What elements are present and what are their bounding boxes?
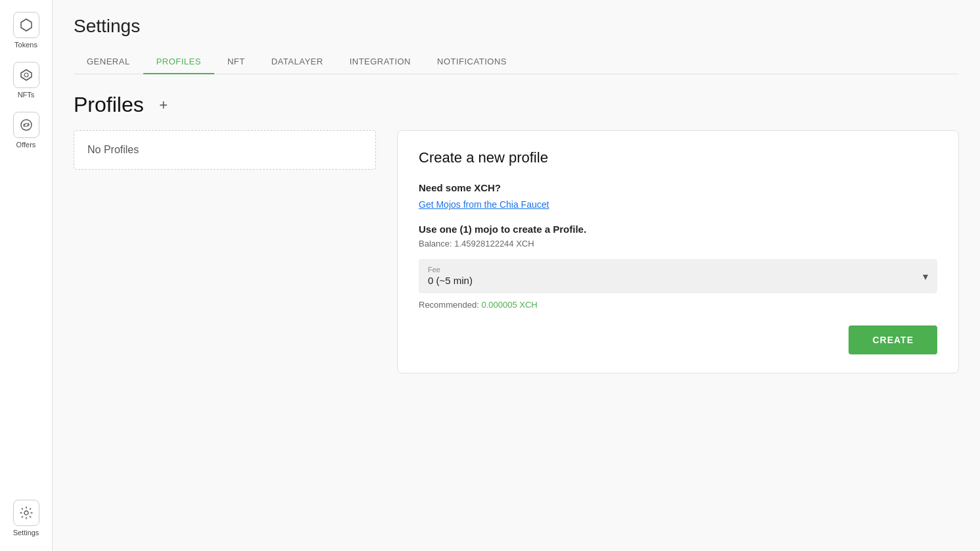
svg-point-1 — [21, 120, 32, 130]
sidebar-tokens-label: Tokens — [14, 41, 37, 49]
tab-integration[interactable]: INTEGRATION — [337, 50, 424, 74]
content-area: No Profiles Create a new profile Need so… — [74, 130, 959, 373]
recommended-value: 0.000005 XCH — [481, 300, 537, 310]
sidebar: Tokens NFTs Offers — [0, 0, 53, 551]
tab-notifications[interactable]: NOTIFICATIONS — [424, 50, 520, 74]
main-content: Settings GENERAL PROFILES NFT DATALAYER … — [53, 0, 980, 551]
sidebar-nfts-label: NFTs — [18, 91, 35, 99]
tab-datalayer[interactable]: DATALAYER — [258, 50, 337, 74]
settings-icon — [13, 500, 39, 526]
tabs-bar: GENERAL PROFILES NFT DATALAYER INTEGRATI… — [74, 50, 959, 74]
mojo-info-box: Use one (1) mojo to create a Profile. Ba… — [419, 224, 937, 249]
create-btn-row: CREATE — [419, 325, 937, 354]
recommended-label: Recommended: — [419, 300, 479, 310]
sidebar-item-offers[interactable]: Offers — [0, 105, 52, 155]
mojo-info-title: Use one (1) mojo to create a Profile. — [419, 224, 937, 235]
recommended-text: Recommended: 0.000005 XCH — [419, 300, 937, 310]
page-title: Settings — [74, 16, 959, 37]
sidebar-settings-label: Settings — [13, 529, 39, 537]
nfts-icon — [13, 62, 39, 88]
no-profiles-box: No Profiles — [74, 130, 376, 170]
tokens-icon — [13, 12, 39, 38]
balance-text: Balance: 1.45928122244 XCH — [419, 239, 937, 249]
sidebar-item-tokens[interactable]: Tokens — [0, 5, 52, 55]
sidebar-item-nfts[interactable]: NFTs — [0, 55, 52, 105]
fee-select[interactable]: 0 (~5 min) 0.000005 (~1 min) 0.00001 (~3… — [428, 275, 928, 286]
tab-nft[interactable]: NFT — [214, 50, 258, 74]
add-profile-button[interactable]: + — [154, 96, 173, 114]
need-xch-box: Need some XCH? Get Mojos from the Chia F… — [419, 182, 937, 210]
offers-icon — [13, 112, 39, 138]
fee-label: Fee — [428, 266, 928, 274]
faucet-link[interactable]: Get Mojos from the Chia Faucet — [419, 199, 549, 210]
sidebar-item-settings[interactable]: Settings — [0, 493, 52, 543]
create-profile-panel: Create a new profile Need some XCH? Get … — [397, 130, 959, 373]
profiles-section-title: Profiles — [74, 93, 144, 117]
fee-select-wrapper: Fee 0 (~5 min) 0.000005 (~1 min) 0.00001… — [419, 259, 937, 293]
tab-profiles[interactable]: PROFILES — [143, 50, 214, 74]
need-xch-title: Need some XCH? — [419, 182, 937, 193]
profiles-header: Profiles + — [74, 93, 959, 117]
svg-point-0 — [24, 73, 28, 77]
sidebar-offers-label: Offers — [16, 141, 36, 149]
create-panel-title: Create a new profile — [419, 149, 937, 166]
svg-point-2 — [24, 511, 28, 515]
tab-general[interactable]: GENERAL — [74, 50, 143, 74]
profiles-list: No Profiles — [74, 130, 376, 183]
create-button[interactable]: CREATE — [849, 325, 937, 354]
no-profiles-text: No Profiles — [87, 144, 139, 155]
